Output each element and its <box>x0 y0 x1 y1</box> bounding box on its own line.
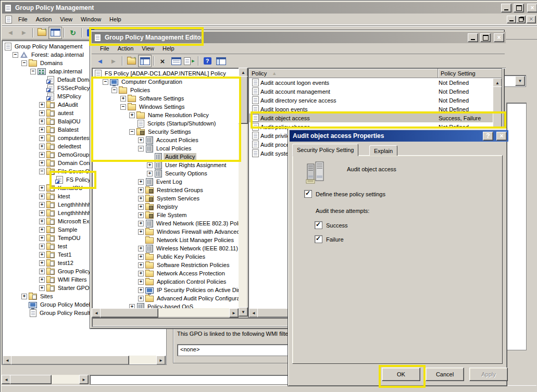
tree-item[interactable]: +System Services <box>93 194 239 203</box>
back-button[interactable]: ◄ <box>93 55 107 67</box>
expand-toggle[interactable]: + <box>138 229 144 235</box>
collapse-toggle[interactable]: − <box>39 169 45 174</box>
tree-item[interactable]: +Public Key Policies <box>93 252 239 261</box>
menu-file[interactable]: File <box>14 15 32 23</box>
expand-toggle[interactable]: + <box>138 246 144 251</box>
expand-toggle[interactable]: + <box>138 271 144 276</box>
dialog-titlebar[interactable]: Audit object access Properties ? × <box>290 130 508 142</box>
expand-toggle[interactable]: + <box>147 162 153 168</box>
tree-item[interactable]: +File System <box>93 211 239 219</box>
gpmc-titlebar[interactable]: Group Policy Management × <box>2 2 537 14</box>
expand-toggle[interactable]: + <box>138 187 144 193</box>
mdi-close-button[interactable]: × <box>527 16 536 23</box>
expand-toggle[interactable]: + <box>39 135 45 141</box>
expand-toggle[interactable]: + <box>39 102 45 108</box>
policy-row[interactable]: Audit account managementNot Defined <box>249 87 493 96</box>
maximize-button[interactable] <box>514 4 524 12</box>
gpme-tree-vscrollbar[interactable]: ▲ ▼ <box>239 68 247 317</box>
expand-toggle[interactable]: + <box>39 227 45 233</box>
tree-item[interactable]: FS Policy [ADAP-DC1.ADAP.INTERNAL] Polic… <box>93 69 239 78</box>
gpme-tree-pane[interactable]: FS Policy [ADAP-DC1.ADAP.INTERNAL] Polic… <box>92 68 240 309</box>
tree-item[interactable]: +Wireless Network (IEEE 802.11) Policies <box>93 244 239 252</box>
tree-item[interactable]: +Name Resolution Policy <box>93 111 239 119</box>
tree-item[interactable]: +Event Log <box>93 178 239 186</box>
show-window-button[interactable]: ► <box>214 55 228 67</box>
expand-toggle[interactable]: + <box>21 294 27 299</box>
expand-toggle[interactable]: + <box>39 119 45 124</box>
help-button[interactable]: ? <box>201 55 214 67</box>
menu-help[interactable]: Help <box>105 15 126 23</box>
expand-toggle[interactable]: + <box>39 152 45 158</box>
expand-toggle[interactable]: + <box>138 179 144 185</box>
expand-toggle[interactable]: + <box>147 171 153 176</box>
policy-row[interactable]: Audit account logon eventsNot Defined <box>249 78 493 87</box>
tree-item[interactable]: Audit Policy <box>93 153 239 161</box>
policy-row[interactable]: Audit logon eventsNot Defined <box>249 105 493 113</box>
scroll-right-button[interactable]: ► <box>229 308 239 318</box>
expand-toggle[interactable]: + <box>120 96 126 102</box>
close-button[interactable]: × <box>494 33 504 42</box>
cancel-button[interactable]: Cancel <box>426 368 464 381</box>
export-list-button[interactable]: ► <box>183 55 196 67</box>
tree-item[interactable]: +Registry <box>93 203 239 211</box>
tab-security-policy-setting[interactable]: Security Policy Setting <box>292 144 358 156</box>
expand-toggle[interactable]: + <box>39 202 45 208</box>
tree-item[interactable]: Scripts (Startup/Shutdown) <box>93 119 239 128</box>
expand-toggle[interactable]: + <box>138 254 144 260</box>
forward-button[interactable]: ► <box>107 55 120 67</box>
vscroll-thumb[interactable] <box>239 76 248 124</box>
expand-toggle[interactable]: + <box>39 160 45 166</box>
mdi-minimize-button[interactable] <box>507 16 516 23</box>
expand-toggle[interactable]: + <box>39 260 45 266</box>
gpme-tree-hscrollbar[interactable]: ◄ ► <box>92 308 239 317</box>
expand-toggle[interactable]: + <box>39 144 45 149</box>
expand-toggle[interactable]: + <box>39 194 45 199</box>
minimize-button[interactable] <box>468 33 478 42</box>
gpmc-tree-hscrollbar[interactable]: ◄ ► <box>3 356 166 364</box>
menu-help[interactable]: Help <box>158 44 179 53</box>
collapse-toggle[interactable]: − <box>138 146 144 151</box>
gpmc-bottom-hscrollbar[interactable]: ◄ ► <box>2 375 89 384</box>
combo-dropdown-button[interactable]: ▼ <box>515 76 525 86</box>
expand-toggle[interactable]: + <box>129 112 135 118</box>
success-checkbox[interactable] <box>315 221 322 229</box>
expand-toggle[interactable]: + <box>39 277 45 283</box>
column-header-policy[interactable]: Policy▲ <box>249 69 438 78</box>
tree-item[interactable]: +Windows Firewall with Advanced Security <box>93 227 239 236</box>
expand-toggle[interactable]: + <box>138 196 144 201</box>
tree-item[interactable]: +Wired Network (IEEE 802.3) Policies <box>93 219 239 227</box>
expand-toggle[interactable]: + <box>138 221 144 226</box>
tree-item[interactable]: +IP Security Policies on Active Director… <box>93 286 239 294</box>
expand-toggle[interactable]: + <box>39 244 45 249</box>
tab-explain[interactable]: Explain <box>369 145 397 156</box>
expand-toggle[interactable]: + <box>138 287 144 293</box>
collapse-toggle[interactable]: − <box>103 79 108 85</box>
define-policy-checkbox[interactable] <box>304 190 312 198</box>
tree-item[interactable]: +User Rights Assignment <box>93 161 239 169</box>
tree-item[interactable]: Network List Manager Policies <box>93 236 239 244</box>
scroll-right-button[interactable]: ► <box>79 375 89 384</box>
tree-item[interactable]: −Computer Configuration <box>93 78 239 86</box>
policy-row[interactable]: Audit directory service accessNot Define… <box>249 96 493 105</box>
tree-item[interactable]: +Account Policies <box>93 136 239 144</box>
menu-view[interactable]: View <box>56 15 77 23</box>
collapse-toggle[interactable]: − <box>120 104 126 110</box>
show-console-tree-button[interactable] <box>138 55 152 67</box>
minimize-button[interactable] <box>501 4 511 12</box>
tree-item[interactable]: −Policies <box>93 86 239 94</box>
hscroll-thumb[interactable] <box>100 308 158 318</box>
collapse-toggle[interactable]: − <box>111 87 117 93</box>
expand-toggle[interactable]: + <box>39 185 45 191</box>
hscroll-thumb[interactable] <box>10 375 52 384</box>
up-one-level-button[interactable] <box>35 27 48 39</box>
scroll-right-button[interactable]: ► <box>156 356 166 365</box>
collapse-toggle[interactable]: − <box>13 52 18 58</box>
gpo-links-listbox[interactable] <box>506 103 527 350</box>
expand-toggle[interactable]: + <box>39 210 45 216</box>
expand-toggle[interactable]: + <box>39 235 45 241</box>
expand-toggle[interactable]: + <box>138 212 144 218</box>
hscroll-thumb[interactable] <box>11 356 129 365</box>
expand-toggle[interactable]: + <box>39 285 45 291</box>
failure-checkbox[interactable] <box>315 235 322 243</box>
tree-item[interactable]: +Network Access Protection <box>93 269 239 277</box>
